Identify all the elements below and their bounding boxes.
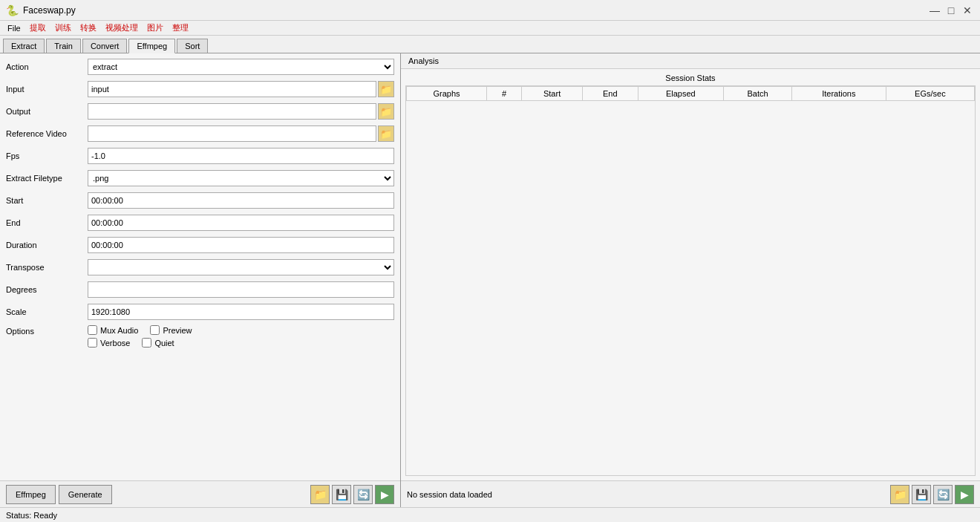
save-button[interactable]: 💾 xyxy=(332,485,351,504)
menu-file[interactable]: File xyxy=(3,23,25,33)
menu-convert-cn[interactable]: 转换 xyxy=(76,22,101,34)
degrees-field[interactable] xyxy=(88,281,394,298)
col-egs: EGs/sec xyxy=(886,87,974,101)
fps-field[interactable] xyxy=(88,148,394,164)
input-field[interactable] xyxy=(88,81,376,97)
action-select[interactable]: extract xyxy=(88,59,394,75)
end-row: End xyxy=(6,214,394,232)
menu-extract-cn[interactable]: 提取 xyxy=(25,22,50,34)
minimize-button[interactable]: — xyxy=(928,4,941,17)
end-control xyxy=(88,215,394,231)
tab-convert[interactable]: Convert xyxy=(82,39,128,53)
close-button[interactable]: ✕ xyxy=(961,4,974,17)
start-control xyxy=(88,192,394,209)
duration-field[interactable] xyxy=(88,237,394,253)
col-batch: Batch xyxy=(724,87,792,101)
transpose-row: Transpose xyxy=(6,258,394,276)
checkbox-row-1: Mux Audio Preview xyxy=(88,325,192,335)
input-row: Input 📁 xyxy=(6,80,394,98)
transpose-control xyxy=(88,259,394,275)
extract-filetype-select[interactable]: .png xyxy=(88,170,394,186)
left-bottom-icons: 📁 💾 🔄 ▶ xyxy=(310,485,394,504)
menu-image-cn[interactable]: 图片 xyxy=(143,22,168,34)
tab-train[interactable]: Train xyxy=(46,39,81,53)
menu-bar: File 提取 训练 转换 视频处理 图片 整理 xyxy=(0,21,980,36)
generate-button[interactable]: Generate xyxy=(59,485,112,504)
output-field[interactable] xyxy=(88,103,376,120)
right-panel: Analysis Session Stats Graphs # Start En… xyxy=(401,53,980,507)
output-row: Output 📁 xyxy=(6,102,394,120)
app-title: Faceswap.py xyxy=(23,5,76,16)
start-field[interactable] xyxy=(88,192,394,209)
col-start: Start xyxy=(522,87,583,101)
verbose-label: Verbose xyxy=(100,339,130,348)
input-folder-button[interactable]: 📁 xyxy=(378,81,394,97)
extract-filetype-label: Extract Filetype xyxy=(6,174,88,183)
reference-video-folder-button[interactable]: 📁 xyxy=(378,125,394,142)
preview-label: Preview xyxy=(163,326,192,335)
tab-bar: Extract Train Convert Effmpeg Sort xyxy=(0,36,980,53)
scale-label: Scale xyxy=(6,307,88,316)
menu-train-cn[interactable]: 训练 xyxy=(50,22,76,34)
analysis-tab-text: Analysis xyxy=(408,56,439,65)
title-bar: 🐍 Faceswap.py — □ ✕ xyxy=(0,0,980,21)
fps-label: Fps xyxy=(6,151,88,160)
right-open-button[interactable]: 📁 xyxy=(890,485,909,504)
input-label: Input xyxy=(6,85,88,94)
mux-audio-input[interactable] xyxy=(88,325,97,335)
fps-control xyxy=(88,148,394,164)
transpose-label: Transpose xyxy=(6,263,88,272)
col-elapsed: Elapsed xyxy=(638,87,724,101)
reference-video-field[interactable] xyxy=(88,125,376,142)
run-button[interactable]: ▶ xyxy=(375,485,394,504)
stats-table-wrapper: Graphs # Start End Elapsed Batch Iterati… xyxy=(405,85,976,476)
status-text: Status: Ready xyxy=(6,511,57,520)
checkbox-row-2: Verbose Quiet xyxy=(88,338,192,348)
quiet-input[interactable] xyxy=(142,338,151,348)
options-row: Options Mux Audio Preview xyxy=(6,325,394,348)
quiet-checkbox[interactable]: Quiet xyxy=(142,338,174,348)
right-reload-button[interactable]: 🔄 xyxy=(933,485,953,504)
effmpeg-button[interactable]: Effmpeg xyxy=(6,485,56,504)
maximize-button[interactable]: □ xyxy=(944,4,958,17)
scale-control xyxy=(88,304,394,320)
scale-field[interactable] xyxy=(88,304,394,320)
extract-filetype-row: Extract Filetype .png xyxy=(6,169,394,187)
menu-sort-cn[interactable]: 整理 xyxy=(168,22,193,34)
open-folder-button[interactable]: 📁 xyxy=(310,485,330,504)
end-label: End xyxy=(6,218,88,227)
fps-row: Fps xyxy=(6,147,394,165)
end-field[interactable] xyxy=(88,215,394,231)
verbose-input[interactable] xyxy=(88,338,97,348)
scale-row: Scale xyxy=(6,303,394,321)
options-checkboxes: Mux Audio Preview Verbose xyxy=(88,325,192,348)
app-icon: 🐍 xyxy=(6,4,19,16)
right-bottom-icons: 📁 💾 🔄 ▶ xyxy=(890,485,974,504)
right-run-button[interactable]: ▶ xyxy=(955,485,974,504)
start-row: Start xyxy=(6,192,394,209)
menu-video-cn[interactable]: 视频处理 xyxy=(101,22,143,34)
preview-input[interactable] xyxy=(150,325,160,335)
start-label: Start xyxy=(6,196,88,205)
reload-button[interactable]: 🔄 xyxy=(353,485,373,504)
left-panel: Action extract Input 📁 Output xyxy=(0,53,401,507)
tab-sort[interactable]: Sort xyxy=(177,39,208,53)
status-bar: Status: Ready xyxy=(0,507,980,522)
preview-checkbox[interactable]: Preview xyxy=(150,325,192,335)
output-folder-button[interactable]: 📁 xyxy=(378,103,394,120)
verbose-checkbox[interactable]: Verbose xyxy=(88,338,130,348)
duration-row: Duration xyxy=(6,236,394,254)
right-save-button[interactable]: 💾 xyxy=(912,485,931,504)
mux-audio-checkbox[interactable]: Mux Audio xyxy=(88,325,138,335)
analysis-tab-label: Analysis xyxy=(401,53,980,69)
output-control: 📁 xyxy=(88,103,394,120)
tab-extract[interactable]: Extract xyxy=(3,39,45,53)
input-control: 📁 xyxy=(88,81,394,97)
session-stats: Session Stats Graphs # Start End Elapsed… xyxy=(401,69,980,480)
action-label: Action xyxy=(6,62,88,71)
output-label: Output xyxy=(6,107,88,116)
tab-effmpeg[interactable]: Effmpeg xyxy=(128,39,175,53)
transpose-select[interactable] xyxy=(88,259,394,275)
extract-filetype-control: .png xyxy=(88,170,394,186)
quiet-label: Quiet xyxy=(154,339,174,348)
